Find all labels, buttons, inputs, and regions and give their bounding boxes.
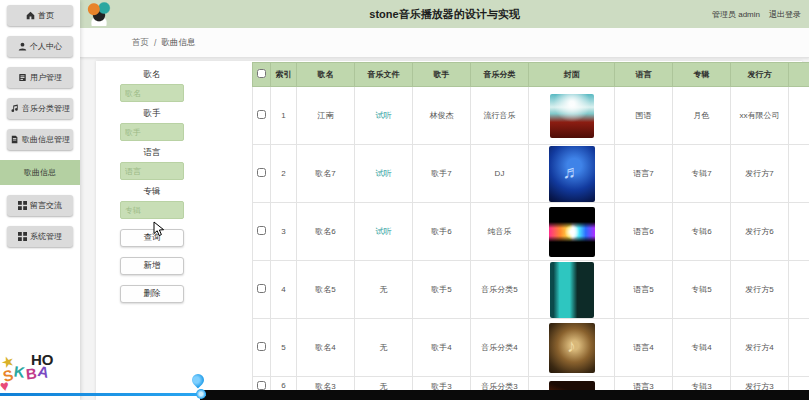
cell-album: 专辑5 [673,261,731,319]
listen-link[interactable]: 试听 [376,227,392,236]
cell-album: 月色 [673,87,731,145]
sidebar-item-label: 个人中心 [30,41,62,52]
cover-image [549,207,595,257]
cell-actions: 详情修改 查看评论删除 [789,203,809,261]
cover-image [550,262,594,318]
singer-label: 歌手 [120,107,184,119]
breadcrumb-current: 歌曲信息 [161,37,195,49]
cell-category: 音乐分类4 [471,319,529,377]
row-checkbox[interactable] [257,226,266,235]
table-row: 2 歌名7 试听 歌手7 DJ 语言7 专辑7 发行方7 详情修改 查看评论删除 [253,145,809,203]
sidebar-item-music-category-management[interactable]: 音乐分类管理 [7,98,73,119]
cell-index: 1 [271,87,297,145]
sidebar-item-label: 歌曲信息 [24,167,56,178]
row-checkbox[interactable] [257,381,266,390]
header-language: 语言 [615,63,673,87]
cell-checkbox [253,145,271,203]
listen-link[interactable]: 试听 [376,111,392,120]
top-header: stone音乐播放器的设计与实现 管理员 admin 退出登录 [80,0,809,28]
cell-index: 3 [271,203,297,261]
add-button[interactable]: 新增 [120,257,184,275]
row-checkbox[interactable] [257,284,266,293]
sidebar-item-song-info-management[interactable]: 歌曲信息管理 [7,129,73,150]
sidebar-item-home[interactable]: 首页 [7,5,73,26]
cell-music-file: 试听 [355,87,413,145]
table-header-row: 索引 歌名 音乐文件 歌手 音乐分类 封面 语言 专辑 发行方 操作 [253,63,809,87]
select-all-checkbox[interactable] [257,69,266,78]
sidebar: 首页 个人中心 用户管理 音乐分类管理 歌曲信息管理 歌 [0,0,80,400]
document-icon [10,135,19,144]
table-row: 5 歌名4 无 歌手4 音乐分类4 语言4 专辑4 发行方4 详情修改 查看评论 [253,319,809,377]
sidebar-item-label: 歌曲信息管理 [22,134,70,145]
header-publisher: 发行方 [731,63,789,87]
cell-actions: 详情修改 查看评论删除 [789,87,809,145]
sidebar-item-profile[interactable]: 个人中心 [7,36,73,57]
sidebar-item-user-management[interactable]: 用户管理 [7,67,73,88]
select-all-cell [253,63,271,87]
content-card: 歌名 歌手 语言 专辑 查询 新增 删除 [96,61,802,400]
sidebar-item-label: 留言交流 [30,200,62,211]
delete-button[interactable]: 删除 [120,285,184,303]
cover-image [550,94,594,138]
song-name-label: 歌名 [120,68,184,80]
cell-song-name: 歌名5 [297,261,355,319]
main-content: 歌名 歌手 语言 专辑 查询 新增 删除 [80,58,809,400]
graffiti-logo: ★ HO S K B A ♥ [1,352,59,396]
header-song-name: 歌名 [297,63,355,87]
breadcrumb-home-link[interactable]: 首页 [132,37,149,49]
language-input[interactable] [120,162,184,180]
sidebar-item-label: 系统管理 [30,231,62,242]
cell-index: 4 [271,261,297,319]
row-checkbox[interactable] [257,110,266,119]
person-icon [18,42,27,51]
table-row: 1 江南 试听 林俊杰 流行音乐 国语 月色 xx有限公司 详情修改 查看评论删 [253,87,809,145]
cell-singer: 歌手5 [413,261,471,319]
listen-link[interactable]: 试听 [376,169,392,178]
header-category: 音乐分类 [471,63,529,87]
row-checkbox[interactable] [257,168,266,177]
header-cover: 封面 [529,63,615,87]
cell-actions: 详情修改 查看评论删除 [789,261,809,319]
row-checkbox[interactable] [257,342,266,351]
cell-publisher: 发行方6 [731,203,789,261]
cell-music-file: 无 [355,261,413,319]
logout-link[interactable]: 退出登录 [769,9,801,20]
page-title: stone音乐播放器的设计与实现 [80,7,809,22]
cell-music-file: 试听 [355,145,413,203]
progress-handle[interactable] [196,389,206,399]
breadcrumb-separator: / [154,38,156,48]
search-button[interactable]: 查询 [120,229,184,247]
cell-category: 纯音乐 [471,203,529,261]
singer-input[interactable] [120,123,184,141]
graffiti-letter: A [37,363,51,380]
cell-actions: 详情修改 查看评论删除 [789,145,809,203]
song-name-input[interactable] [120,84,184,102]
language-label: 语言 [120,146,184,158]
header-actions: 操作 [789,63,809,87]
album-input[interactable] [120,201,184,219]
cell-checkbox [253,203,271,261]
cell-cover [529,261,615,319]
cell-song-name: 歌名4 [297,319,355,377]
cell-actions: 详情修改 查看评论删除 [789,319,809,377]
sidebar-item-label: 用户管理 [30,72,62,83]
table-row: 4 歌名5 无 歌手5 音乐分类5 语言5 专辑5 发行方5 详情修改 查看评论 [253,261,809,319]
breadcrumb: 首页 / 歌曲信息 [80,28,809,58]
music-note-icon [10,104,19,113]
sidebar-item-message-board[interactable]: 留言交流 [7,195,73,216]
cell-language: 国语 [615,87,673,145]
cell-index: 2 [271,145,297,203]
cell-category: 音乐分类5 [471,261,529,319]
header-singer: 歌手 [413,63,471,87]
cell-cover [529,87,615,145]
cell-singer: 歌手7 [413,145,471,203]
grid-icon [18,201,27,210]
app-window: 首页 个人中心 用户管理 音乐分类管理 歌曲信息管理 歌 [0,0,809,400]
cell-song-name: 歌名6 [297,203,355,261]
cell-language: 语言7 [615,145,673,203]
sidebar-item-song-info-active[interactable]: 歌曲信息 [0,160,80,185]
cell-cover [529,319,615,377]
cell-album: 专辑4 [673,319,731,377]
sidebar-item-system-management[interactable]: 系统管理 [7,226,73,247]
graffiti-letter: K [13,363,26,379]
